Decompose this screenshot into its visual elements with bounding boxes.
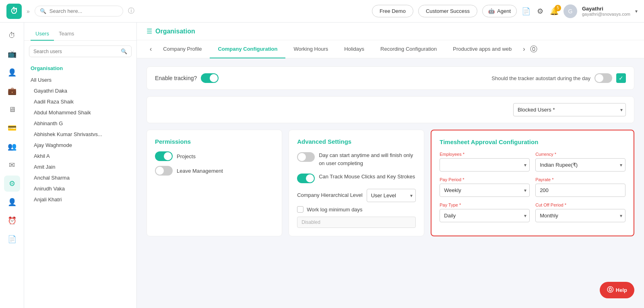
list-item[interactable]: Akhil A <box>24 151 136 161</box>
cut-off-label: Cut Off Period * <box>535 203 625 207</box>
hierarchical-label: Company Hierarchical Level <box>297 192 363 199</box>
search-icon: 🔍 <box>40 8 46 14</box>
list-item[interactable]: Gayathri Daka <box>24 85 136 96</box>
agent-button[interactable]: 🤖 Agent <box>482 5 517 17</box>
pay-type-select[interactable]: Daily <box>440 209 530 222</box>
list-item[interactable]: Ajay Waghmode <box>24 140 136 151</box>
all-users-label[interactable]: All Users <box>24 74 136 85</box>
sidebar-icon-card[interactable]: 💳 <box>4 120 20 136</box>
info-icon[interactable]: ⓘ <box>128 7 134 15</box>
sidebar-icon-team[interactable]: 👥 <box>4 138 20 155</box>
tabs-next-button[interactable]: › <box>520 41 528 58</box>
cut-off-select[interactable]: Monthly <box>535 209 625 222</box>
user-email: gayathri@snovasys.com <box>582 12 630 17</box>
mouse-track-label: Can Track Mouse Clicks and Key Strokes <box>319 173 415 181</box>
enable-tracking-toggle[interactable] <box>201 73 219 83</box>
list-item[interactable]: Amit Jain <box>24 161 136 172</box>
search-users-box[interactable]: 🔍 <box>29 45 132 57</box>
help-circle-icon[interactable]: ⓪ <box>530 44 537 54</box>
notification-icon[interactable]: 🔔 5 <box>550 7 559 16</box>
sidebar-icon-user[interactable]: 👤 <box>4 64 20 81</box>
tab-company-profile[interactable]: Company Profile <box>155 40 210 58</box>
currency-field: Currency * Indian Rupee(₹) <box>535 152 625 172</box>
worklog-checkbox[interactable] <box>297 206 303 213</box>
search-input[interactable] <box>50 8 118 14</box>
sidebar-icon-tv[interactable]: 📺 <box>4 46 20 62</box>
organisation-label[interactable]: Organisation <box>24 62 136 74</box>
app-logo[interactable]: ⏱ <box>6 4 22 19</box>
tab-recording-configuration[interactable]: Recording Configuration <box>372 40 445 58</box>
payrate-input[interactable] <box>535 184 625 197</box>
permissions-card: Permissions Projects Leave Management <box>147 130 282 236</box>
sidebar-icon-timer[interactable]: ⏰ <box>4 213 20 229</box>
org-header: ☰ Organisation <box>137 23 644 40</box>
sidebar-icon-settings[interactable]: ⚙ <box>4 176 20 192</box>
pay-period-field: Pay Period * Weekly <box>440 177 530 197</box>
help-icon: ⓪ <box>607 286 613 294</box>
users-teams-tabs: Users Teams <box>24 27 136 41</box>
hierarchical-select[interactable]: User Level <box>367 189 416 202</box>
pay-period-label: Pay Period * <box>440 177 530 182</box>
tab-working-hours[interactable]: Working Hours <box>285 40 336 58</box>
user-dropdown-icon[interactable]: ▾ <box>635 8 638 14</box>
timesheet-card: Timesheet Approval Configuration Employe… <box>431 130 634 236</box>
hierarchical-select-wrapper: User Level <box>367 189 416 202</box>
help-button[interactable]: ⓪ Help <box>600 282 634 298</box>
list-item[interactable]: Abhishek Kumar Shrivastvs... <box>24 129 136 140</box>
tab-productive-apps[interactable]: Productive apps and web <box>445 40 520 58</box>
search-users-input[interactable] <box>33 49 118 54</box>
projects-toggle[interactable] <box>155 151 173 161</box>
disabled-input: Disabled <box>297 217 416 228</box>
autostart-check-icon[interactable]: ✓ <box>616 73 626 83</box>
list-item[interactable]: Aadil Raza Shaik <box>24 96 136 107</box>
list-item[interactable]: Anirudh Vaka <box>24 183 136 194</box>
pay-type-select-wrapper: Daily <box>440 209 530 222</box>
worklog-row: Work log minimum days <box>297 206 416 213</box>
customer-success-button[interactable]: Customer Success <box>418 5 477 17</box>
notification-badge: 5 <box>555 5 561 11</box>
autostart-toggle[interactable] <box>594 73 612 83</box>
search-bar[interactable]: 🔍 <box>35 6 123 17</box>
leave-management-toggle[interactable] <box>155 166 173 176</box>
sidebar-icon-monitor[interactable]: 🖥 <box>4 101 20 118</box>
sidebar-icon-mail[interactable]: ✉ <box>4 157 20 173</box>
free-demo-button[interactable]: Free Demo <box>372 5 413 17</box>
day-start-toggle[interactable] <box>297 152 315 162</box>
advanced-settings-title: Advanced Settings <box>297 138 416 145</box>
list-item[interactable]: Anjali Khatri <box>24 194 136 205</box>
tab-company-configuration[interactable]: Company Configuration <box>210 40 285 58</box>
tab-users[interactable]: Users <box>31 27 54 41</box>
agent-icon: 🤖 <box>488 8 495 14</box>
main-content: ☰ Organisation ‹ Company Profile Company… <box>137 23 644 308</box>
pay-period-select[interactable]: Weekly <box>440 184 530 197</box>
employees-field: Employees * <box>440 152 530 172</box>
mouse-track-toggle[interactable] <box>297 174 315 183</box>
currency-select[interactable]: Indian Rupee(₹) <box>535 158 625 172</box>
sidebar-icon-document[interactable]: 📄 <box>4 231 20 247</box>
top-navigation: ⏱ » 🔍 ⓘ Free Demo Customer Success 🤖 Age… <box>0 0 644 23</box>
autostart-group: Should the tracker autostart during the … <box>491 73 626 83</box>
employees-select[interactable] <box>440 158 530 172</box>
nav-chevrons: » <box>27 8 30 14</box>
pay-type-field: Pay Type * Daily <box>440 203 530 222</box>
perm-projects: Projects <box>155 151 274 161</box>
sidebar-icon-briefcase[interactable]: 💼 <box>4 83 20 99</box>
leave-management-label: Leave Management <box>177 168 223 174</box>
perm-leave: Leave Management <box>155 166 274 176</box>
blocked-users-select[interactable]: Blocked Users * <box>513 103 626 116</box>
list-item[interactable]: Anchal Sharma <box>24 172 136 183</box>
hierarchical-row: Company Hierarchical Level User Level <box>297 189 416 202</box>
currency-select-wrapper: Indian Rupee(₹) <box>535 158 625 172</box>
org-tabs-nav: ‹ Company Profile Company Configuration … <box>137 40 644 58</box>
employees-label: Employees * <box>440 152 530 157</box>
avatar[interactable]: G <box>564 4 577 18</box>
list-item[interactable]: Abdul Mohammed Shaik <box>24 107 136 118</box>
list-item[interactable]: Abhinanth G <box>24 118 136 129</box>
sidebar-icon-clock[interactable]: ⏱ <box>4 27 20 43</box>
tab-holidays[interactable]: Holidays <box>336 40 372 58</box>
tab-teams[interactable]: Teams <box>54 27 79 41</box>
settings-nav-icon[interactable]: ⚙ <box>537 7 543 16</box>
sidebar-icon-profile[interactable]: 👤 <box>4 194 20 210</box>
tabs-prev-button[interactable]: ‹ <box>147 41 155 58</box>
document-nav-icon[interactable]: 📄 <box>522 7 530 16</box>
